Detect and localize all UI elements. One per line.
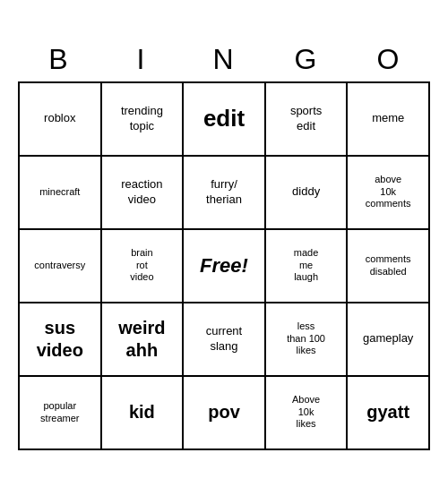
bingo-cell: popularstreamer xyxy=(20,377,102,450)
bingo-cell: brainrotvideo xyxy=(102,230,185,303)
bingo-cell: mademelaugh xyxy=(266,230,349,303)
bingo-cell: Free! xyxy=(184,230,266,303)
bingo-header: BINGO xyxy=(18,38,430,81)
bingo-grid: robloxtrendingtopiceditsportseditmememin… xyxy=(18,81,430,450)
header-letter: N xyxy=(183,38,265,81)
bingo-cell: weirdahh xyxy=(102,303,185,377)
bingo-cell: lessthan 100likes xyxy=(266,303,349,377)
header-letter: O xyxy=(348,38,430,81)
bingo-cell: furry/therian xyxy=(184,157,266,230)
header-letter: I xyxy=(100,38,183,81)
bingo-cell: trendingtopic xyxy=(102,83,185,157)
bingo-cell: gyatt xyxy=(348,377,430,450)
bingo-cell: above10kcomments xyxy=(348,157,430,230)
bingo-cell: minecraft xyxy=(20,157,102,230)
bingo-cell: meme xyxy=(348,83,430,157)
bingo-cell: currentslang xyxy=(184,303,266,377)
bingo-card: BINGO robloxtrendingtopiceditsportseditm… xyxy=(18,38,430,450)
bingo-cell: sportsedit xyxy=(266,83,349,157)
bingo-cell: susvideo xyxy=(20,303,102,377)
bingo-cell: Above10klikes xyxy=(266,377,349,450)
bingo-cell: contraversy xyxy=(20,230,102,303)
header-letter: G xyxy=(265,38,348,81)
bingo-cell: diddy xyxy=(266,157,349,230)
bingo-cell: pov xyxy=(184,377,266,450)
header-letter: B xyxy=(18,38,100,81)
bingo-cell: edit xyxy=(184,83,266,157)
bingo-cell: roblox xyxy=(20,83,102,157)
bingo-cell: gameplay xyxy=(348,303,430,377)
bingo-cell: reactionvideo xyxy=(102,157,185,230)
bingo-cell: kid xyxy=(102,377,185,450)
bingo-cell: commentsdisabled xyxy=(348,230,430,303)
